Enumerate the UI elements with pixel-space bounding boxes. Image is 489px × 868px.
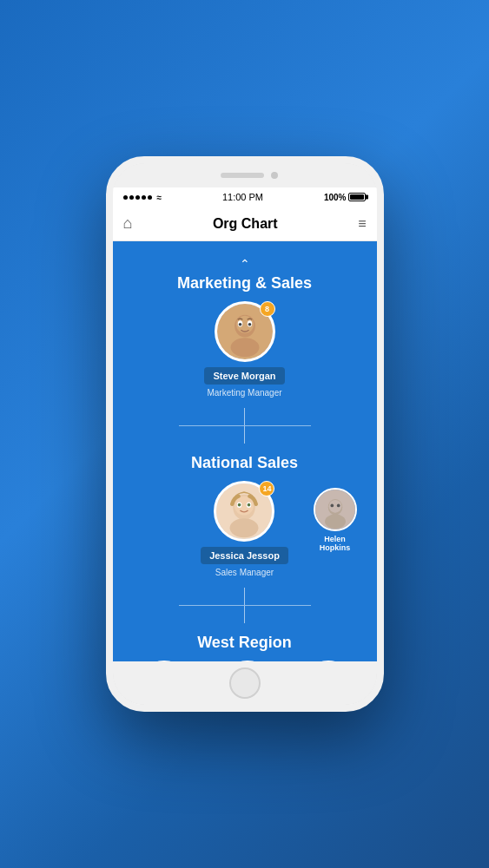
name-helen: Helen Hopkins bbox=[309, 535, 361, 552]
svg-point-10 bbox=[230, 518, 259, 537]
battery-icon bbox=[348, 193, 366, 201]
connector-v3 bbox=[244, 588, 245, 605]
phone-camera bbox=[271, 172, 278, 179]
avatar-wrapper-steve: 8 bbox=[215, 301, 275, 362]
main-content: ⌃ Marketing & Sales bbox=[113, 241, 377, 661]
filter-icon[interactable]: ≡ bbox=[358, 216, 366, 232]
svg-point-6 bbox=[238, 323, 241, 326]
badge-jessica: 14 bbox=[259, 481, 274, 496]
section-national-sales: National Sales bbox=[113, 447, 377, 588]
svg-point-7 bbox=[248, 323, 251, 326]
phone-top-bar bbox=[113, 163, 377, 187]
section-marketing-sales: ⌃ Marketing & Sales bbox=[113, 250, 377, 408]
wifi-icon: ≈ bbox=[157, 193, 162, 202]
role-label-steve: Marketing Manager bbox=[207, 388, 281, 398]
nav-title: Org Chart bbox=[213, 216, 278, 232]
avatar-face-helen bbox=[315, 490, 355, 529]
signal-area: ≈ bbox=[123, 193, 162, 202]
section-west-region: West Region bbox=[113, 627, 377, 661]
nav-bar: ⌂ Org Chart ≡ bbox=[113, 207, 377, 241]
connector-v1 bbox=[244, 408, 245, 425]
svg-point-14 bbox=[238, 503, 241, 507]
section-title-national: National Sales bbox=[127, 454, 363, 472]
connector-v4 bbox=[244, 606, 245, 623]
phone-bottom bbox=[113, 661, 377, 705]
svg-point-21 bbox=[336, 504, 340, 508]
battery-percent: 100% bbox=[324, 193, 347, 202]
phone-screen: ≈ 11:00 PM 100% ⌂ Org Chart ≡ ⌃ Marketin… bbox=[113, 187, 377, 661]
svg-point-18 bbox=[325, 515, 346, 529]
main-row-jessica: 14 Jessica Jessop Sales Manager bbox=[127, 481, 363, 577]
chevron-up-icon[interactable]: ⌃ bbox=[127, 257, 363, 271]
home-button[interactable] bbox=[229, 667, 261, 699]
status-bar: ≈ 11:00 PM 100% bbox=[113, 187, 377, 207]
status-time: 11:00 PM bbox=[222, 192, 263, 202]
phone-shell: ≈ 11:00 PM 100% ⌂ Org Chart ≡ ⌃ Marketin… bbox=[106, 156, 384, 712]
section-title-marketing: Marketing & Sales bbox=[127, 274, 363, 293]
name-label-jessica: Jessica Jessop bbox=[201, 547, 288, 564]
role-label-jessica: Sales Manager bbox=[215, 568, 274, 577]
connector-v2 bbox=[244, 426, 245, 444]
battery-area: 100% bbox=[324, 193, 367, 202]
svg-point-20 bbox=[330, 504, 334, 508]
manager-card-jessica[interactable]: 14 Jessica Jessop Sales Manager bbox=[201, 481, 288, 577]
phone-speaker bbox=[221, 173, 264, 178]
side-person-helen[interactable]: Helen Hopkins bbox=[309, 488, 361, 552]
home-icon[interactable]: ⌂ bbox=[123, 214, 133, 233]
avatar-wrapper-jessica: 14 bbox=[214, 481, 274, 542]
manager-card-steve[interactable]: 8 Steve Morgan Marketing Manager bbox=[127, 301, 363, 398]
svg-point-15 bbox=[248, 503, 251, 507]
battery-fill bbox=[350, 194, 364, 200]
name-label-steve: Steve Morgan bbox=[204, 367, 284, 385]
section-title-west: West Region bbox=[127, 634, 363, 652]
badge-steve: 8 bbox=[260, 301, 275, 317]
avatar-helen bbox=[314, 488, 357, 531]
svg-point-2 bbox=[230, 338, 259, 357]
